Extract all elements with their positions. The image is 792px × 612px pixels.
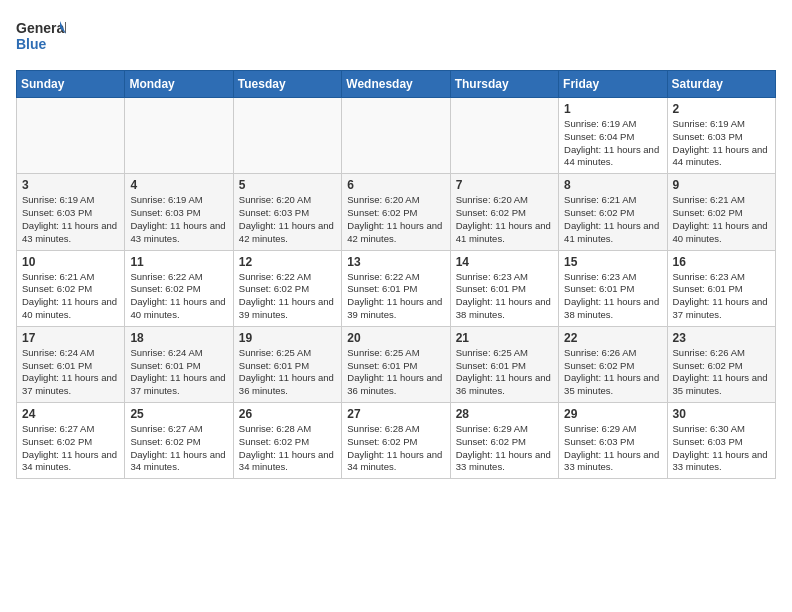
day-number: 25 (130, 407, 227, 421)
day-number: 21 (456, 331, 553, 345)
day-number: 29 (564, 407, 661, 421)
day-info: Sunrise: 6:25 AM Sunset: 6:01 PM Dayligh… (347, 347, 444, 398)
calendar-cell: 18Sunrise: 6:24 AM Sunset: 6:01 PM Dayli… (125, 326, 233, 402)
day-info: Sunrise: 6:22 AM Sunset: 6:02 PM Dayligh… (130, 271, 227, 322)
day-info: Sunrise: 6:29 AM Sunset: 6:03 PM Dayligh… (564, 423, 661, 474)
day-info: Sunrise: 6:28 AM Sunset: 6:02 PM Dayligh… (239, 423, 336, 474)
day-number: 1 (564, 102, 661, 116)
day-number: 27 (347, 407, 444, 421)
calendar-cell: 15Sunrise: 6:23 AM Sunset: 6:01 PM Dayli… (559, 250, 667, 326)
day-number: 5 (239, 178, 336, 192)
calendar-cell: 20Sunrise: 6:25 AM Sunset: 6:01 PM Dayli… (342, 326, 450, 402)
day-info: Sunrise: 6:19 AM Sunset: 6:03 PM Dayligh… (130, 194, 227, 245)
day-info: Sunrise: 6:20 AM Sunset: 6:03 PM Dayligh… (239, 194, 336, 245)
weekday-header-monday: Monday (125, 71, 233, 98)
calendar-cell (450, 98, 558, 174)
calendar-cell: 21Sunrise: 6:25 AM Sunset: 6:01 PM Dayli… (450, 326, 558, 402)
day-info: Sunrise: 6:19 AM Sunset: 6:03 PM Dayligh… (673, 118, 770, 169)
calendar-cell (125, 98, 233, 174)
day-number: 8 (564, 178, 661, 192)
day-info: Sunrise: 6:28 AM Sunset: 6:02 PM Dayligh… (347, 423, 444, 474)
day-number: 11 (130, 255, 227, 269)
calendar-cell: 7Sunrise: 6:20 AM Sunset: 6:02 PM Daylig… (450, 174, 558, 250)
weekday-header-friday: Friday (559, 71, 667, 98)
logo-general-text: General (16, 20, 66, 36)
calendar-cell: 17Sunrise: 6:24 AM Sunset: 6:01 PM Dayli… (17, 326, 125, 402)
calendar-cell: 28Sunrise: 6:29 AM Sunset: 6:02 PM Dayli… (450, 403, 558, 479)
day-info: Sunrise: 6:23 AM Sunset: 6:01 PM Dayligh… (564, 271, 661, 322)
weekday-header-sunday: Sunday (17, 71, 125, 98)
calendar-cell: 16Sunrise: 6:23 AM Sunset: 6:01 PM Dayli… (667, 250, 775, 326)
day-number: 7 (456, 178, 553, 192)
calendar-cell (233, 98, 341, 174)
day-info: Sunrise: 6:20 AM Sunset: 6:02 PM Dayligh… (347, 194, 444, 245)
calendar-week-row: 10Sunrise: 6:21 AM Sunset: 6:02 PM Dayli… (17, 250, 776, 326)
day-number: 23 (673, 331, 770, 345)
calendar-cell: 4Sunrise: 6:19 AM Sunset: 6:03 PM Daylig… (125, 174, 233, 250)
calendar-cell: 13Sunrise: 6:22 AM Sunset: 6:01 PM Dayli… (342, 250, 450, 326)
logo-svg: General Blue (16, 16, 66, 58)
calendar-cell: 30Sunrise: 6:30 AM Sunset: 6:03 PM Dayli… (667, 403, 775, 479)
calendar-week-row: 24Sunrise: 6:27 AM Sunset: 6:02 PM Dayli… (17, 403, 776, 479)
logo-blue-text: Blue (16, 36, 47, 52)
day-info: Sunrise: 6:25 AM Sunset: 6:01 PM Dayligh… (456, 347, 553, 398)
calendar-cell: 5Sunrise: 6:20 AM Sunset: 6:03 PM Daylig… (233, 174, 341, 250)
day-number: 18 (130, 331, 227, 345)
day-number: 13 (347, 255, 444, 269)
calendar-cell: 27Sunrise: 6:28 AM Sunset: 6:02 PM Dayli… (342, 403, 450, 479)
calendar-cell: 23Sunrise: 6:26 AM Sunset: 6:02 PM Dayli… (667, 326, 775, 402)
calendar-cell: 25Sunrise: 6:27 AM Sunset: 6:02 PM Dayli… (125, 403, 233, 479)
day-info: Sunrise: 6:27 AM Sunset: 6:02 PM Dayligh… (22, 423, 119, 474)
calendar-cell: 3Sunrise: 6:19 AM Sunset: 6:03 PM Daylig… (17, 174, 125, 250)
calendar-table: SundayMondayTuesdayWednesdayThursdayFrid… (16, 70, 776, 479)
calendar-cell: 6Sunrise: 6:20 AM Sunset: 6:02 PM Daylig… (342, 174, 450, 250)
day-info: Sunrise: 6:19 AM Sunset: 6:03 PM Dayligh… (22, 194, 119, 245)
logo: General Blue (16, 16, 66, 58)
calendar-cell: 2Sunrise: 6:19 AM Sunset: 6:03 PM Daylig… (667, 98, 775, 174)
day-info: Sunrise: 6:21 AM Sunset: 6:02 PM Dayligh… (673, 194, 770, 245)
calendar-cell: 19Sunrise: 6:25 AM Sunset: 6:01 PM Dayli… (233, 326, 341, 402)
day-info: Sunrise: 6:22 AM Sunset: 6:01 PM Dayligh… (347, 271, 444, 322)
day-number: 3 (22, 178, 119, 192)
day-number: 26 (239, 407, 336, 421)
day-info: Sunrise: 6:26 AM Sunset: 6:02 PM Dayligh… (564, 347, 661, 398)
day-info: Sunrise: 6:21 AM Sunset: 6:02 PM Dayligh… (564, 194, 661, 245)
calendar-cell: 24Sunrise: 6:27 AM Sunset: 6:02 PM Dayli… (17, 403, 125, 479)
calendar-cell: 22Sunrise: 6:26 AM Sunset: 6:02 PM Dayli… (559, 326, 667, 402)
day-info: Sunrise: 6:24 AM Sunset: 6:01 PM Dayligh… (130, 347, 227, 398)
day-info: Sunrise: 6:23 AM Sunset: 6:01 PM Dayligh… (456, 271, 553, 322)
day-number: 15 (564, 255, 661, 269)
calendar-cell: 12Sunrise: 6:22 AM Sunset: 6:02 PM Dayli… (233, 250, 341, 326)
day-info: Sunrise: 6:30 AM Sunset: 6:03 PM Dayligh… (673, 423, 770, 474)
calendar-cell: 26Sunrise: 6:28 AM Sunset: 6:02 PM Dayli… (233, 403, 341, 479)
calendar-cell: 11Sunrise: 6:22 AM Sunset: 6:02 PM Dayli… (125, 250, 233, 326)
day-info: Sunrise: 6:29 AM Sunset: 6:02 PM Dayligh… (456, 423, 553, 474)
day-number: 22 (564, 331, 661, 345)
weekday-header-row: SundayMondayTuesdayWednesdayThursdayFrid… (17, 71, 776, 98)
calendar-week-row: 17Sunrise: 6:24 AM Sunset: 6:01 PM Dayli… (17, 326, 776, 402)
calendar-cell: 8Sunrise: 6:21 AM Sunset: 6:02 PM Daylig… (559, 174, 667, 250)
day-info: Sunrise: 6:27 AM Sunset: 6:02 PM Dayligh… (130, 423, 227, 474)
day-number: 28 (456, 407, 553, 421)
day-number: 10 (22, 255, 119, 269)
day-info: Sunrise: 6:20 AM Sunset: 6:02 PM Dayligh… (456, 194, 553, 245)
day-info: Sunrise: 6:23 AM Sunset: 6:01 PM Dayligh… (673, 271, 770, 322)
day-number: 16 (673, 255, 770, 269)
day-number: 20 (347, 331, 444, 345)
day-number: 9 (673, 178, 770, 192)
weekday-header-wednesday: Wednesday (342, 71, 450, 98)
day-number: 6 (347, 178, 444, 192)
day-info: Sunrise: 6:25 AM Sunset: 6:01 PM Dayligh… (239, 347, 336, 398)
day-info: Sunrise: 6:24 AM Sunset: 6:01 PM Dayligh… (22, 347, 119, 398)
day-number: 2 (673, 102, 770, 116)
calendar-week-row: 3Sunrise: 6:19 AM Sunset: 6:03 PM Daylig… (17, 174, 776, 250)
calendar-cell (342, 98, 450, 174)
calendar-cell: 29Sunrise: 6:29 AM Sunset: 6:03 PM Dayli… (559, 403, 667, 479)
day-number: 24 (22, 407, 119, 421)
day-info: Sunrise: 6:26 AM Sunset: 6:02 PM Dayligh… (673, 347, 770, 398)
day-number: 19 (239, 331, 336, 345)
day-info: Sunrise: 6:21 AM Sunset: 6:02 PM Dayligh… (22, 271, 119, 322)
day-number: 17 (22, 331, 119, 345)
calendar-cell: 1Sunrise: 6:19 AM Sunset: 6:04 PM Daylig… (559, 98, 667, 174)
weekday-header-tuesday: Tuesday (233, 71, 341, 98)
